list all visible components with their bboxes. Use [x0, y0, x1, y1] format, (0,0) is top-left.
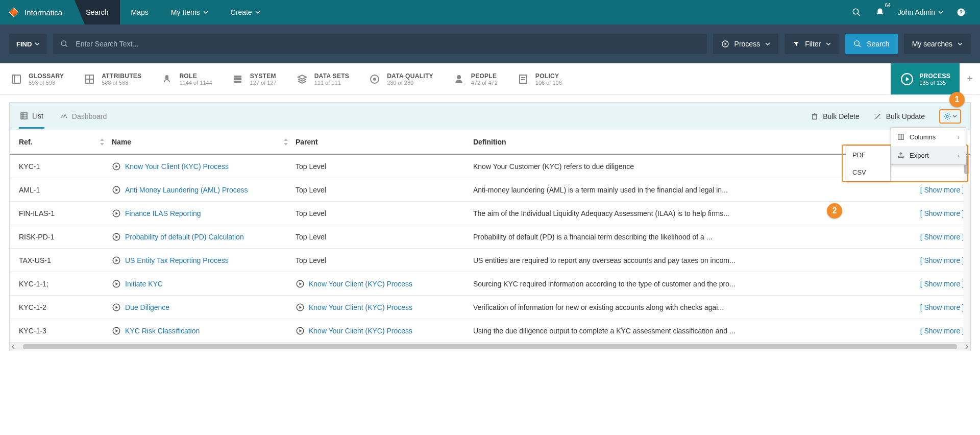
category-label: SYSTEM [250, 72, 277, 80]
filter-button[interactable]: Filter [785, 34, 839, 54]
category-policy[interactable]: POLICY106 of 106 [507, 63, 571, 94]
horizontal-scrollbar[interactable] [10, 343, 970, 351]
nav-tab-create[interactable]: Create [219, 0, 272, 25]
column-header-name[interactable]: Name [112, 138, 296, 146]
category-datasets[interactable]: DATA SETS111 of 111 [286, 63, 358, 94]
svg-point-1 [853, 9, 859, 14]
chevron-down-icon [958, 41, 963, 46]
menu-item-export[interactable]: Export › [891, 146, 966, 164]
name-link[interactable]: KYC Risk Classification [125, 327, 200, 335]
cell-name: US Entity Tax Reporting Process [112, 256, 296, 265]
cell-name: KYC Risk Classification [112, 326, 296, 335]
search-icon [60, 40, 68, 48]
category-label: GLOSSARY [29, 72, 64, 80]
cell-ref: TAX-US-1 [10, 256, 112, 264]
search-input[interactable] [76, 40, 699, 48]
my-searches-button[interactable]: My searches [904, 34, 971, 54]
svg-rect-18 [234, 81, 241, 83]
cell-ref: KYC-1 [10, 162, 112, 171]
search-icon[interactable] [851, 7, 862, 18]
name-link[interactable]: Initiate KYC [125, 280, 163, 288]
category-count: 1144 of 1144 [179, 80, 212, 86]
category-attributes[interactable]: ATTRIBUTES588 of 588 [73, 63, 151, 94]
cell-definition: Verification of information for new or e… [473, 303, 970, 311]
category-glossary[interactable]: GLOSSARY593 of 593 [0, 63, 73, 94]
show-more-link[interactable]: [ Show more ] [920, 186, 964, 194]
columns-icon [897, 133, 904, 140]
bulk-delete-button[interactable]: Bulk Delete [811, 112, 860, 120]
category-label: DATA SETS [314, 72, 349, 80]
chevron-down-icon [203, 10, 208, 15]
parent-link[interactable]: Know Your Client (KYC) Process [309, 280, 412, 288]
find-button[interactable]: FIND [9, 34, 47, 54]
scroll-left-icon [11, 344, 16, 349]
category-people[interactable]: PEOPLE472 of 472 [443, 63, 507, 94]
category-process[interactable]: PROCESS135 of 135 [891, 63, 960, 94]
view-tab-list[interactable]: List [19, 105, 44, 129]
scrollbar-thumb[interactable] [23, 344, 957, 349]
svg-rect-38 [898, 134, 904, 140]
bulk-update-button[interactable]: Bulk Update [874, 112, 925, 120]
process-label: Process [734, 40, 761, 48]
view-tab-dashboard[interactable]: Dashboard [59, 105, 108, 128]
column-header-ref[interactable]: Ref. [10, 138, 112, 146]
cell-definition: Anti-money laundering (AML) is a term ma… [473, 186, 970, 194]
svg-point-21 [457, 75, 461, 79]
system-icon [231, 72, 245, 86]
name-link[interactable]: US Entity Tax Reporting Process [125, 256, 229, 264]
find-label: FIND [16, 40, 32, 48]
chevron-down-icon [765, 41, 770, 46]
people-icon [452, 72, 466, 86]
nav-tab-maps[interactable]: Maps [120, 0, 160, 25]
vertical-scrollbar[interactable] [963, 156, 970, 342]
search-button[interactable]: Search [845, 34, 897, 54]
name-link[interactable]: Due Diligence [125, 303, 169, 311]
svg-point-20 [373, 78, 376, 81]
notifications-icon[interactable]: 64 [874, 7, 886, 18]
chevron-down-icon [826, 41, 831, 46]
show-more-link[interactable]: [ Show more ] [920, 327, 964, 335]
parent-text: Top Level [296, 256, 326, 264]
parent-link[interactable]: Know Your Client (KYC) Process [309, 327, 412, 335]
category-role[interactable]: ROLE1144 of 1144 [151, 63, 221, 94]
glossary-icon [9, 72, 23, 86]
name-link[interactable]: Anti Money Laundering (AML) Process [125, 186, 248, 194]
chevron-down-icon [938, 10, 943, 15]
show-more-link[interactable]: [ Show more ] [920, 209, 964, 218]
brand-logo-icon [8, 7, 19, 18]
process-filter-button[interactable]: Process [713, 34, 779, 54]
show-more-link[interactable]: [ Show more ] [920, 233, 964, 241]
help-icon[interactable]: ? [955, 7, 967, 18]
export-pdf[interactable]: PDF [846, 146, 890, 163]
show-more-link[interactable]: [ Show more ] [920, 280, 964, 288]
name-link[interactable]: Probability of default (PD) Calculation [125, 233, 244, 241]
policy-icon [516, 72, 530, 86]
category-dataquality[interactable]: DATA QUALITY280 of 280 [358, 63, 443, 94]
show-more-link[interactable]: [ Show more ] [920, 256, 964, 264]
dataquality-icon [368, 72, 382, 86]
cell-parent: Know Your Client (KYC) Process [296, 303, 473, 312]
menu-item-columns-label: Columns [910, 133, 936, 141]
parent-link[interactable]: Know Your Client (KYC) Process [309, 303, 412, 311]
category-system[interactable]: SYSTEM127 of 127 [222, 63, 286, 94]
add-category-button[interactable]: + [960, 63, 980, 94]
settings-button[interactable] [943, 112, 957, 120]
name-link[interactable]: Know Your Client (KYC) Process [125, 162, 229, 171]
category-count: 111 of 111 [314, 80, 349, 86]
show-more-link[interactable]: [ Show more ] [920, 303, 964, 311]
svg-rect-30 [813, 115, 817, 119]
column-header-parent[interactable]: Parent [296, 138, 473, 146]
user-menu[interactable]: John Admin [898, 8, 943, 16]
export-csv[interactable]: CSV [846, 163, 890, 181]
cell-name: Anti Money Laundering (AML) Process [112, 185, 296, 195]
trash-icon [811, 112, 819, 120]
menu-item-columns[interactable]: Columns › [891, 128, 966, 146]
cell-parent: Top Level [296, 209, 473, 218]
svg-line-9 [859, 45, 861, 47]
notification-badge: 64 [885, 3, 891, 8]
table-row: KYC-1-1;Initiate KYCKnow Your Client (KY… [10, 272, 970, 296]
name-link[interactable]: Finance ILAS Reporting [125, 209, 201, 218]
brand-area[interactable]: Informatica [0, 0, 75, 25]
nav-tab-myitems[interactable]: My Items [160, 0, 219, 25]
category-count: 280 of 280 [387, 80, 433, 86]
